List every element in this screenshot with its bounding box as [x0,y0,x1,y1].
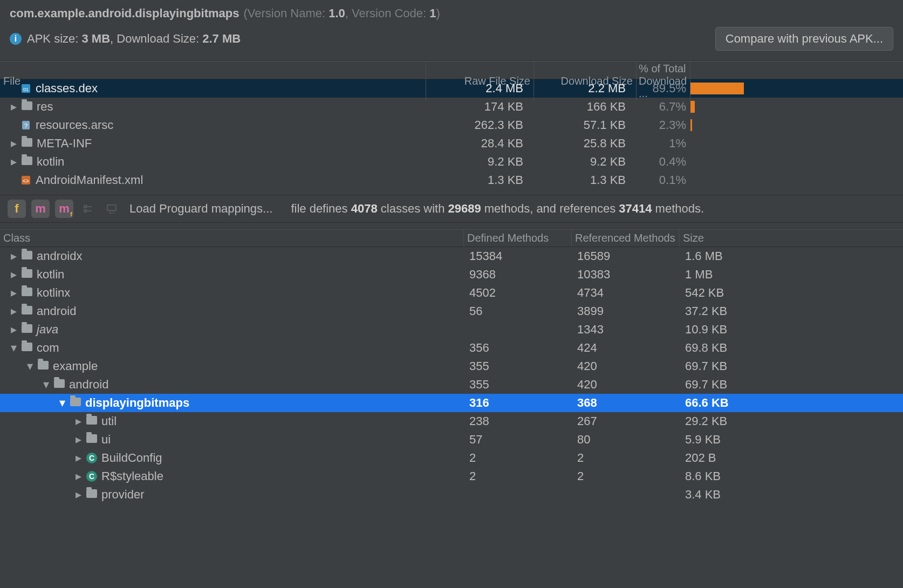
svg-text:<>: <> [23,178,29,184]
class-row[interactable]: ▾example35542069.7 KB [0,357,903,375]
filter-fields-button[interactable]: f [8,200,26,218]
dex-file-icon: 01 [20,83,31,94]
file-row[interactable]: 01classes.dex2.4 MB2.2 MB89.5% [0,79,903,98]
expand-chevron-icon[interactable]: ▸ [10,100,17,114]
apk-size-text: APK size: 3 MB, Download Size: 2.7 MB [27,32,241,46]
class-table-header: Class Defined Methods Referenced Methods… [0,229,903,247]
filter-methods-button[interactable]: m [31,200,50,218]
class-size: 5.9 KB [680,433,788,447]
expand-chevron-icon[interactable]: ▸ [74,469,82,483]
class-size: 3.4 KB [680,488,788,502]
class-row[interactable]: ▾displayingbitmaps31636866.6 KB [0,394,903,412]
class-size: 69.7 KB [680,359,788,373]
folder-icon [86,489,97,498]
defined-methods: 57 [464,433,572,447]
class-row[interactable]: ▸CR$styleable228.6 KB [0,467,903,486]
download-size: 166 KB [534,100,637,114]
folder-icon [22,251,32,259]
col-defined[interactable]: Defined Methods [464,229,572,247]
class-size: 69.8 KB [680,341,788,355]
class-size: 37.2 KB [680,304,788,318]
file-row[interactable]: ?resources.arsc262.3 KB57.1 KB2.3% [0,116,903,134]
percent: 0.4% [637,155,690,169]
file-row[interactable]: ▸kotlin9.2 KB9.2 KB0.4% [0,153,903,171]
folder-icon [86,434,97,443]
folder-icon [22,288,32,296]
referenced-methods: 424 [572,341,680,355]
referenced-methods: 3899 [572,304,680,318]
file-name: AndroidManifest.xml [36,173,143,187]
expand-chevron-icon[interactable]: ▸ [10,136,17,151]
defined-methods: 15384 [464,249,572,263]
class-row[interactable]: ▸kotlin9368103831 MB [0,265,903,284]
referenced-methods: 1343 [572,323,680,337]
file-row[interactable]: ▸res174 KB166 KB6.7% [0,98,903,116]
defined-methods: 2 [464,469,572,483]
col-size[interactable]: Size [680,229,788,247]
file-name: res [37,100,53,114]
expand-chevron-icon[interactable]: ▸ [74,414,82,428]
expand-chevron-icon[interactable]: ▾ [42,378,50,392]
class-name: android [37,304,76,318]
percent-bar [690,171,750,189]
expand-chevron-icon[interactable]: ▸ [10,286,17,300]
class-size: 542 KB [680,286,788,300]
file-row[interactable]: <>AndroidManifest.xml1.3 KB1.3 KB0.1% [0,171,903,189]
class-row[interactable]: ▸java134310.9 KB [0,320,903,339]
expand-chevron-icon[interactable]: ▸ [10,249,17,263]
expand-chevron-icon[interactable]: ▸ [74,451,82,465]
referenced-methods: 368 [572,396,680,410]
filter-referenced-button[interactable]: mf [55,200,73,218]
percent: 6.7% [637,100,690,114]
expand-chevron-icon[interactable]: ▸ [10,323,17,337]
expand-chevron-icon[interactable]: ▸ [74,488,82,502]
class-name: util [101,414,117,428]
class-row[interactable]: ▾com35642469.8 KB [0,339,903,357]
tool-ab-icon: a.b [102,200,121,218]
percent: 2.3% [637,118,690,132]
percent-bar [690,153,750,171]
expand-chevron-icon[interactable]: ▸ [10,304,17,318]
class-size: 66.6 KB [680,396,788,410]
expand-chevron-icon[interactable]: ▾ [58,396,66,410]
expand-chevron-icon[interactable]: ▾ [26,359,33,373]
expand-chevron-icon[interactable]: ▸ [10,268,17,282]
class-name: ui [101,433,111,447]
file-row[interactable]: ▸META-INF28.4 KB25.8 KB1% [0,134,903,153]
class-row[interactable]: ▸ui57805.9 KB [0,430,903,449]
class-size: 69.7 KB [680,378,788,392]
col-referenced[interactable]: Referenced Methods [572,229,680,247]
defined-methods: 238 [464,414,572,428]
class-row[interactable]: ▸provider3.4 KB [0,486,903,504]
folder-icon [22,343,32,351]
compare-previous-apk-button[interactable]: Compare with previous APK... [715,27,893,51]
file-name: classes.dex [36,81,98,95]
raw-size: 174 KB [426,100,534,114]
class-size: 1.6 MB [680,249,788,263]
class-name: example [53,359,98,373]
folder-icon [22,138,32,147]
class-size: 202 B [680,451,788,465]
expand-chevron-icon[interactable]: ▸ [74,433,82,447]
download-size: 57.1 KB [534,118,637,132]
referenced-methods: 420 [572,378,680,392]
load-proguard-mappings-link[interactable]: Load Proguard mappings... [129,202,272,216]
class-row[interactable]: ▸CBuildConfig22202 B [0,449,903,467]
percent-bar [690,98,750,116]
class-row[interactable]: ▸util23826729.2 KB [0,412,903,430]
expand-chevron-icon[interactable]: ▾ [10,341,17,355]
class-size: 8.6 KB [680,469,788,483]
file-name: resources.arsc [36,118,113,132]
raw-size: 2.4 MB [426,81,534,95]
col-class: Class [0,229,464,247]
class-name: java [37,323,58,337]
class-row[interactable]: ▸kotlinx45024734542 KB [0,284,903,302]
class-row[interactable]: ▸androidx15384165891.6 MB [0,247,903,265]
class-row[interactable]: ▾android35542069.7 KB [0,375,903,394]
class-row[interactable]: ▸android56389937.2 KB [0,302,903,320]
folder-icon [22,306,32,314]
percent-bar [690,134,750,153]
folder-icon [22,156,32,165]
expand-chevron-icon[interactable]: ▸ [10,155,17,169]
referenced-methods: 16589 [572,249,680,263]
